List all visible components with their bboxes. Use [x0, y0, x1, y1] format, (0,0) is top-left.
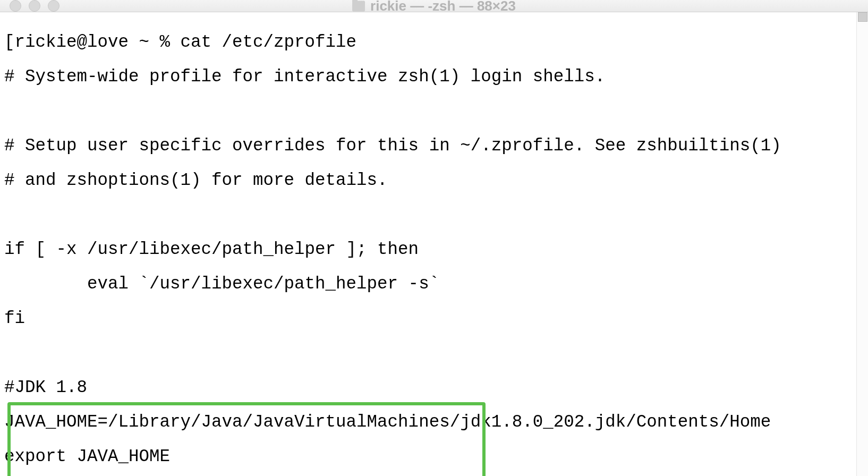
scroll-info-icon	[858, 12, 867, 22]
terminal-line: # System-wide profile for interactive zs…	[4, 69, 852, 86]
terminal-line: export JAVA_HOME	[4, 448, 852, 466]
terminal-window: rickie — -zsh — 88×23 [rickie@love ~ % c…	[0, 0, 868, 476]
terminal-line: eval `/usr/libexec/path_helper -s`	[4, 276, 852, 293]
terminal-line: if [ -x /usr/libexec/path_helper ]; then	[4, 241, 852, 259]
scrollbar[interactable]	[856, 12, 868, 476]
terminal-line: # Setup user specific overrides for this…	[4, 138, 852, 155]
folder-icon	[352, 1, 365, 11]
terminal-output[interactable]: [rickie@love ~ % cat /etc/zprofile # Sys…	[0, 12, 856, 476]
titlebar: rickie — -zsh — 88×23	[0, 0, 868, 12]
terminal-line	[4, 345, 852, 362]
zoom-button[interactable]	[48, 0, 59, 12]
close-button[interactable]	[10, 0, 21, 12]
terminal-line: # and zshoptions(1) for more details.	[4, 172, 852, 190]
terminal-line: [rickie@love ~ % cat /etc/zprofile	[4, 34, 852, 52]
terminal-line: #JDK 1.8	[4, 379, 852, 397]
terminal-line: JAVA_HOME=/Library/Java/JavaVirtualMachi…	[4, 414, 852, 431]
terminal-line	[4, 207, 852, 224]
traffic-lights	[0, 0, 59, 12]
terminal-line: fi	[4, 310, 852, 328]
terminal-body: [rickie@love ~ % cat /etc/zprofile # Sys…	[0, 12, 868, 476]
terminal-line	[4, 103, 852, 121]
minimize-button[interactable]	[29, 0, 40, 12]
